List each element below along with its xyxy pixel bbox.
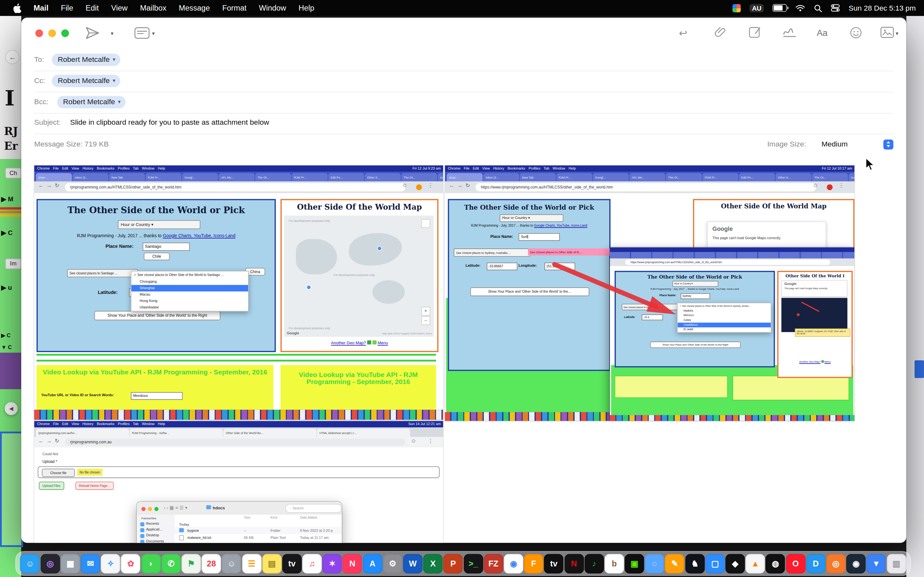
- menu-bar-item[interactable]: Message: [179, 3, 210, 13]
- column-header-size[interactable]: Size: [244, 516, 250, 519]
- menu-bar-clock[interactable]: Sun 28 Dec 5:13 pm: [849, 4, 916, 12]
- browser-tab[interactable]: rjmprogramming.com.au/ho…: [36, 429, 129, 437]
- dock-icon[interactable]: b: [604, 554, 624, 573]
- background-tree-item-u[interactable]: ▶ u: [1, 284, 12, 292]
- back-icon[interactable]: ←: [449, 182, 455, 188]
- menu-bar-item[interactable]: Mailbox: [140, 3, 166, 13]
- overflow-menu-icon[interactable]: ⋮: [428, 438, 433, 444]
- background-tree-item-c3[interactable]: ▼ C: [1, 344, 12, 350]
- credit-links[interactable]: Google Charts, YouTube, Icons-Land: [163, 233, 235, 239]
- minimize-window-button[interactable]: [48, 29, 56, 37]
- apple-menu-icon[interactable]: [13, 3, 21, 13]
- browser-tab[interactable]: HTML slideshow accept | I…: [317, 429, 410, 437]
- attachment-screenshot-4[interactable]: https://www.rjmprogramming.com.au/HTMLCS…: [610, 247, 855, 421]
- browser-tab[interactable]: Other Side of the World Be…: [223, 429, 317, 437]
- menu-bar-item[interactable]: View: [111, 3, 128, 13]
- background-prev-button[interactable]: ◀: [5, 402, 18, 415]
- browser-tab[interactable]: New Tab: [520, 173, 556, 181]
- control-center-icon[interactable]: [831, 4, 840, 12]
- photo-browser-chevron-icon[interactable]: ▾: [896, 31, 898, 37]
- background-ch-chip[interactable]: Ch: [5, 168, 21, 178]
- dock-icon[interactable]: ⚑: [182, 554, 201, 573]
- finder-nav-icons[interactable]: ‹ › ▦ ≡ ☰ ▾: [164, 505, 187, 511]
- subject-field[interactable]: Slide in clipboard ready for you to past…: [70, 118, 269, 127]
- video-search-input[interactable]: Mendoza: [131, 392, 183, 400]
- shot1-country-button[interactable]: Chile: [144, 253, 170, 260]
- dropdown-item[interactable]: Casey: [678, 318, 771, 323]
- shot2-file-input[interactable]: Choose file No file chosen: [38, 466, 440, 478]
- menu-bar-item[interactable]: Format: [222, 3, 247, 13]
- finder-minimize-button[interactable]: [148, 507, 152, 511]
- browser-tab[interactable]: Inbox (2…: [73, 173, 108, 181]
- input-source-badge[interactable]: AU: [750, 4, 764, 12]
- dock-icon[interactable]: ⚙: [383, 554, 403, 573]
- background-im-chip[interactable]: Im: [5, 258, 21, 269]
- browser-tab[interactable]: macO…: [438, 173, 443, 181]
- browser-tab[interactable]: macO…: [849, 173, 855, 181]
- finder-row[interactable]: bygone--Folder9 Nov 2022 at 2:20 p: [174, 527, 342, 534]
- shot1-url-bar[interactable]: rjmprogramming.com.au/HTMLCSS/other_side…: [65, 183, 405, 191]
- send-options-chevron-icon[interactable]: ▾: [111, 31, 113, 37]
- shot4-hour-select[interactable]: Hour or Country ▾: [672, 281, 718, 287]
- to-recipient-token[interactable]: Robert Metcalfe▾: [52, 53, 120, 66]
- dock-icon[interactable]: O: [786, 554, 805, 573]
- dock-icon[interactable]: ◉: [846, 554, 866, 573]
- dock-icon[interactable]: ♞: [685, 554, 704, 573]
- dock-icon[interactable]: ✧: [101, 554, 120, 573]
- bcc-recipient-token[interactable]: Robert Metcalfe▾: [57, 96, 126, 108]
- dock-icon[interactable]: ✎: [665, 554, 685, 573]
- reload-icon[interactable]: ↻: [465, 182, 470, 188]
- browser-tab[interactable]: RJM Pr…: [556, 173, 592, 181]
- shot4-place-input[interactable]: Sydney: [680, 293, 710, 299]
- dock-icon[interactable]: ◍: [766, 554, 785, 573]
- finder-sidebar-item[interactable]: Documents: [137, 538, 174, 543]
- finder-zoom-button[interactable]: [154, 507, 158, 511]
- format-pane-button[interactable]: [748, 26, 761, 41]
- map-marker[interactable]: [306, 285, 311, 290]
- dock-icon[interactable]: ♪: [585, 554, 604, 573]
- browser-tab[interactable]: Googl…: [593, 173, 629, 181]
- dock-icon[interactable]: ▼: [867, 554, 886, 573]
- back-icon[interactable]: ←: [38, 438, 44, 444]
- shot4-show-button[interactable]: Show Your Place and 'Other Side of the W…: [650, 342, 741, 348]
- browser-tab[interactable]: RJM Pr…: [145, 173, 182, 181]
- menu-link[interactable]: Menu: [378, 341, 388, 345]
- overflow-menu-icon[interactable]: ⋮: [838, 182, 844, 188]
- background-tree-item-m[interactable]: ▶ M: [1, 195, 13, 203]
- browser-tab[interactable]: AFL Me…: [630, 173, 666, 181]
- shot1-hour-select[interactable]: Hour or Country ▾: [118, 220, 200, 229]
- map-marker[interactable]: [377, 246, 382, 251]
- emoji-button[interactable]: [850, 27, 863, 41]
- forward-icon[interactable]: →: [47, 438, 52, 444]
- reload-icon[interactable]: ↻: [55, 182, 59, 188]
- dock-icon[interactable]: FZ: [484, 554, 503, 573]
- dock-icon[interactable]: ▤: [262, 554, 282, 573]
- shot3-lng-input[interactable]: 151.2166: [544, 263, 575, 270]
- shot3-closest-select[interactable]: See closest places to Sydney, Australia …: [454, 248, 530, 257]
- send-button[interactable]: [85, 25, 100, 43]
- shot3-hour-select[interactable]: Hour or Country ▾: [500, 214, 564, 222]
- dock-icon[interactable]: ◉: [504, 554, 523, 573]
- dropdown-item[interactable]: Hong Kong: [132, 298, 248, 304]
- browser-tab[interactable]: RJM Programming - Softw…: [129, 429, 223, 437]
- finder-sidebar-item[interactable]: Recents: [137, 521, 174, 526]
- profile-avatar[interactable]: [416, 184, 422, 190]
- shot1-map[interactable]: For development purposes only For develo…: [284, 215, 434, 337]
- dock-icon[interactable]: tv: [544, 554, 564, 573]
- undo-button[interactable]: ↩: [679, 27, 687, 39]
- extensions-icon[interactable]: ✩: [813, 182, 818, 188]
- menu-bar-item[interactable]: Window: [259, 3, 286, 13]
- battery-icon[interactable]: [772, 4, 787, 12]
- profile-avatar[interactable]: [827, 184, 833, 190]
- dock-icon[interactable]: >_: [464, 554, 483, 573]
- shot3-lat-input[interactable]: -33.86667: [487, 263, 517, 270]
- finder-close-button[interactable]: [142, 507, 145, 511]
- column-header-date[interactable]: Date Added: [300, 516, 317, 519]
- geo-map-link[interactable]: Another Geo Map?: [799, 360, 821, 363]
- menu-bar-item[interactable]: File: [61, 3, 73, 13]
- geo-map-link[interactable]: Another Geo Map?: [331, 341, 366, 345]
- dropdown-item[interactable]: El-Jadid: [678, 327, 771, 332]
- dropdown-item[interactable]: Madeira: [678, 308, 771, 313]
- browser-tab[interactable]: AFL Me…: [218, 173, 254, 181]
- zoom-out-button[interactable]: −: [421, 316, 430, 325]
